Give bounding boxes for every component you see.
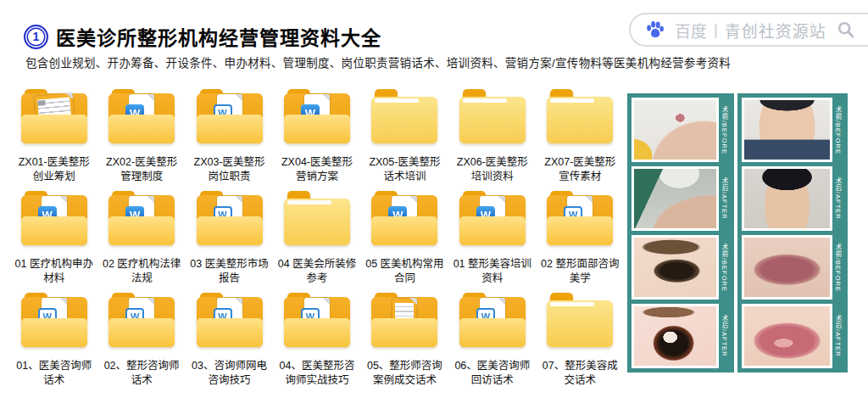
folder-icon: [194, 89, 265, 145]
folder-front: [108, 216, 175, 245]
folder-item[interactable]: 05 医美机构常用合同: [361, 188, 448, 290]
folder-icon: [281, 191, 353, 247]
folder-label: 05、整形师咨询案例成交话术: [361, 359, 448, 388]
folder-icon: [369, 191, 440, 247]
photo-stage-label: 术前/BEFORE: [719, 235, 730, 300]
before-after-photo: [632, 98, 719, 162]
folder-icon: [369, 293, 440, 349]
folder-back: [284, 199, 350, 245]
search-separator: |: [714, 21, 718, 39]
before-after-cell: 术前/BEFORE: [632, 98, 730, 162]
folder-item[interactable]: ZX06-医美整形培训资料: [448, 87, 536, 188]
folder-back: [459, 97, 526, 143]
before-after-photo: [742, 98, 832, 162]
folder-item[interactable]: ZX05-医美整形话术培训: [361, 87, 448, 188]
folder-item[interactable]: 02、整形咨询师话术: [97, 290, 185, 392]
folder-label: 06、医美咨询师回访话术: [448, 359, 536, 388]
number-badge-icon: 1: [24, 25, 48, 49]
folder-label: 03、咨询师网电咨询技巧: [186, 359, 273, 388]
before-after-cell: 术后/AFTER: [632, 166, 730, 231]
folder-item[interactable]: 04、医美整形咨询师实战技巧: [273, 290, 360, 392]
folder-item[interactable]: 05、整形师咨询案例成交话术: [361, 290, 448, 392]
before-after-cell: 术后/AFTER: [742, 166, 843, 231]
folder-label: ZX04-医美整形营销方案: [273, 155, 360, 184]
folder-label: 04、医美整形咨询师实战技巧: [273, 359, 360, 388]
search-brand-label: 百度: [675, 19, 707, 42]
folder-front: [197, 318, 263, 347]
magnifier-icon[interactable]: [837, 20, 855, 39]
folder-icon: [369, 89, 440, 145]
before-after-cell: 术后/AFTER: [632, 304, 730, 368]
folder-item[interactable]: 01、医美咨询师话术: [10, 290, 97, 392]
folder-item[interactable]: 07、整形美容成交话术: [537, 290, 624, 392]
folder-icon: [281, 89, 353, 145]
folder-icon: [281, 293, 353, 349]
folder-item[interactable]: 01 医疗机构申办材料: [10, 188, 97, 290]
gallery-column-right: 术前/BEFORE 术后/AFTER 术前/BEFORE 术后/AFTER: [737, 93, 848, 373]
folder-item[interactable]: 04 医美会所装修参考: [273, 188, 360, 290]
folder-label: ZX07-医美整形宣传素材: [537, 155, 624, 184]
folder-item[interactable]: ZX03-医美整形岗位职责: [186, 87, 273, 188]
folder-label: ZX03-医美整形岗位职责: [186, 155, 273, 184]
folder-label: 01、医美咨询师话术: [10, 359, 97, 388]
folder-icon: [457, 191, 528, 247]
folder-back: [547, 97, 613, 143]
photo-stage-label: 术前/BEFORE: [832, 235, 843, 300]
page-header: 1 医美诊所整形机构经营管理资料大全: [24, 22, 381, 51]
folder-label: 02 医疗机构法律法规: [97, 257, 185, 286]
folder-front: [371, 318, 437, 347]
folder-item[interactable]: 01 整形美容培训资料: [448, 188, 536, 290]
folder-item[interactable]: 02 整形面部咨询美学: [537, 188, 624, 290]
folder-item[interactable]: 03 医美整形市场报告: [186, 188, 273, 290]
folder-front: [197, 115, 263, 143]
folder-label: ZX05-医美整形话术培训: [361, 155, 448, 184]
folder-front: [371, 216, 437, 245]
photo-stage-label: 术后/AFTER: [719, 304, 730, 368]
folder-icon: [544, 89, 615, 145]
folder-item[interactable]: 03、咨询师网电咨询技巧: [186, 290, 273, 392]
folder-item[interactable]: ZX01-医美整形创业筹划: [10, 87, 97, 188]
photo-stage-label: 术后/AFTER: [832, 166, 843, 231]
folder-item[interactable]: 06、医美咨询师回访话术: [448, 290, 536, 392]
folder-item[interactable]: ZX07-医美整形宣传素材: [537, 87, 624, 188]
photo-stage-label: 术后/AFTER: [719, 166, 730, 231]
page: 1 医美诊所整形机构经营管理资料大全 包含创业规划、开办筹备、开设条件、申办材料…: [0, 0, 868, 409]
folder-icon: [106, 293, 177, 349]
folder-icon: [544, 293, 615, 349]
before-after-cell: 术前/BEFORE: [742, 235, 843, 300]
folder-item[interactable]: ZX02-医美整形管理制度: [97, 87, 185, 188]
folder-back: [547, 300, 613, 347]
folder-label: ZX01-医美整形创业筹划: [10, 155, 97, 184]
folder-item[interactable]: ZX04-医美整形营销方案: [273, 87, 360, 188]
folder-icon: [19, 293, 90, 349]
search-box[interactable]: 百度 | 青创社资源站: [629, 13, 868, 47]
folder-label: 07、整形美容成交话术: [537, 359, 624, 388]
folder-front: [108, 115, 175, 143]
folder-front: [21, 115, 87, 143]
folder-icon: [544, 191, 615, 247]
folder-front: [197, 216, 263, 245]
page-subtitle: 包含创业规划、开办筹备、开设条件、申办材料、管理制度、岗位职责营销话术、培训资料…: [25, 53, 731, 70]
folder-front: [21, 216, 87, 245]
folder-icon: [457, 293, 528, 349]
photo-stage-label: 术前/BEFORE: [832, 98, 843, 162]
folder-icon: [194, 293, 265, 349]
folder-front: [21, 318, 87, 347]
folder-front: [547, 216, 613, 245]
before-after-photo: [742, 166, 832, 231]
before-after-cell: 术前/BEFORE: [632, 235, 730, 300]
folder-label: 02、整形咨询师话术: [97, 359, 185, 388]
before-after-photo: [632, 304, 719, 368]
folder-front: [459, 216, 526, 245]
before-after-photo: [742, 235, 832, 300]
before-after-cell: 术后/AFTER: [742, 304, 843, 368]
folder-label: ZX02-医美整形管理制度: [97, 155, 185, 184]
folder-front: [459, 318, 526, 347]
gallery-column-left: 术前/BEFORE 术后/AFTER 术前/BEFORE 术后/AFTER: [627, 93, 734, 373]
baidu-paw-icon: [644, 20, 666, 40]
before-after-photo: [632, 166, 719, 231]
folder-item[interactable]: 02 医疗机构法律法规: [97, 188, 185, 290]
folder-front: [284, 115, 350, 143]
folder-icon: [106, 191, 177, 247]
folder-icon: [19, 191, 90, 247]
